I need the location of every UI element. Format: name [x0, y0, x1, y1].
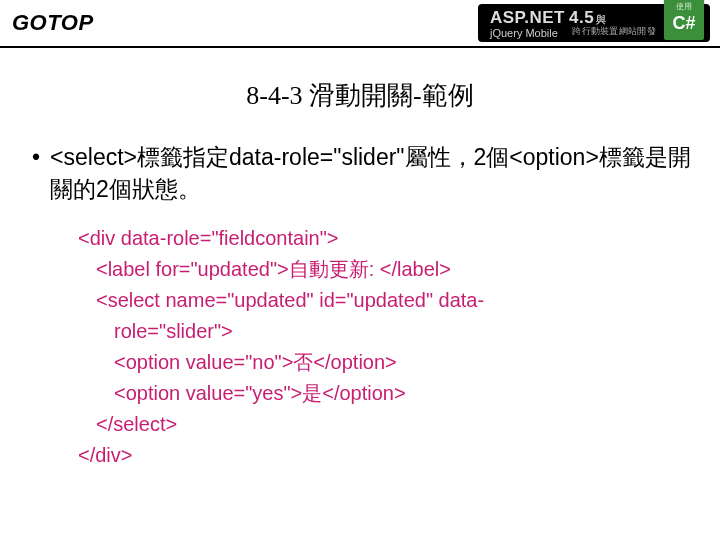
badge-asp-prefix: ASP.NET	[490, 8, 565, 28]
code-line: </div>	[78, 440, 692, 471]
code-line: <select name="updated" id="updated" data…	[78, 285, 692, 316]
bullet-text: <select>標籤指定data-role="slider"屬性，2個<opti…	[50, 141, 692, 205]
code-block: <div data-role="fieldcontain"> <label fo…	[78, 223, 692, 471]
slide-header: GOTOP ASP.NET 4.5 與 jQuery Mobile 跨行動裝置網…	[0, 0, 720, 48]
csharp-mark: 使用 C#	[664, 0, 704, 40]
slide-title: 8-4-3 滑動開關-範例	[0, 78, 720, 113]
code-line: <option value="yes">是</option>	[78, 378, 692, 409]
bullet-mark: •	[32, 141, 40, 173]
csharp-text: C#	[672, 14, 695, 32]
book-badge: ASP.NET 4.5 與 jQuery Mobile 跨行動裝置網站開發 使用…	[478, 4, 710, 42]
use-label: 使用	[676, 1, 692, 12]
code-line: <div data-role="fieldcontain">	[78, 223, 692, 254]
code-line: role="slider">	[78, 316, 692, 347]
badge-subtitle: 跨行動裝置網站開發	[572, 25, 656, 38]
slide-content: • <select>標籤指定data-role="slider"屬性，2個<op…	[0, 141, 720, 471]
gotop-logo: GOTOP	[12, 10, 94, 36]
header-divider	[0, 46, 720, 48]
code-line: <label for="updated">自動更新: </label>	[78, 254, 692, 285]
bullet-row: • <select>標籤指定data-role="slider"屬性，2個<op…	[28, 141, 692, 205]
code-line: </select>	[78, 409, 692, 440]
code-line: <option value="no">否</option>	[78, 347, 692, 378]
